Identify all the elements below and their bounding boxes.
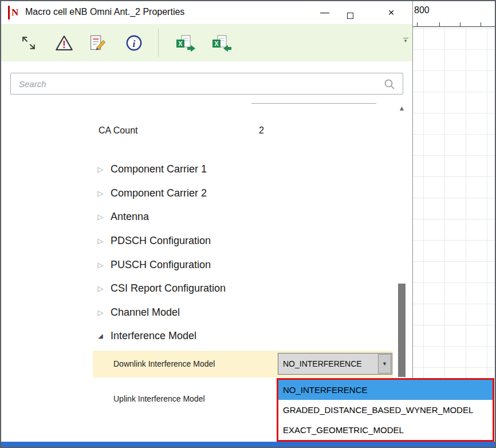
tree-item-label: Component Carrier 2 xyxy=(111,187,207,199)
dropdown-option-graded-distance-based-wyner-model[interactable]: GRADED_DISTANCE_BASED_WYNER_MODEL xyxy=(278,400,493,420)
uplink-interference-label: Uplink Interference Model xyxy=(113,394,205,403)
downlink-interference-label: Downlink Interference Model xyxy=(113,359,215,368)
toolbar-separator xyxy=(158,29,159,57)
bottom-status-bar xyxy=(1,442,495,448)
map-canvas[interactable]: 800 xyxy=(413,1,496,442)
screen: 800 N Macro cell eNB Omni Ant._2 Propert… xyxy=(0,0,496,448)
svg-text:X: X xyxy=(178,40,183,47)
titlebar[interactable]: N Macro cell eNB Omni Ant._2 Properties … xyxy=(1,1,412,24)
maximize-icon xyxy=(347,13,353,19)
window-title: Macro cell eNB Omni Ant._2 Properties xyxy=(25,7,184,17)
search-input[interactable] xyxy=(11,73,403,94)
tree-item-component-carrier-1[interactable]: ▷ Component Carrier 1 xyxy=(96,162,207,176)
collapse-chevron-icon: ▾ xyxy=(401,38,410,44)
svg-text:!: ! xyxy=(62,39,66,50)
tree-item-label: Component Carrier 1 xyxy=(111,163,207,175)
netsim-logo-icon: N xyxy=(8,6,21,19)
downlink-interference-combobox[interactable]: NO_INTERFERENCE ▼ xyxy=(278,353,392,375)
expander-expanded-icon[interactable]: ◢ xyxy=(96,332,105,340)
minimize-button[interactable]: — xyxy=(314,1,336,24)
close-button[interactable]: × xyxy=(379,1,403,24)
combobox-dropdown-button[interactable]: ▼ xyxy=(378,354,391,374)
info-icon[interactable]: i xyxy=(121,31,147,55)
expander-collapsed-icon[interactable]: ▷ xyxy=(96,165,105,174)
toolbar: ! i xyxy=(1,24,412,61)
tree-item-label: CSI Report Configuration xyxy=(111,282,226,294)
expander-collapsed-icon[interactable]: ▷ xyxy=(96,189,105,198)
maximize-button[interactable] xyxy=(339,1,361,24)
ca-count-value[interactable]: 2 xyxy=(259,125,264,136)
svg-text:X: X xyxy=(214,40,219,47)
search-icon[interactable] xyxy=(383,78,396,93)
tree-item-label: PUSCH Configuration xyxy=(111,259,211,271)
chevron-down-icon: ▼ xyxy=(382,361,387,367)
scroll-up-icon[interactable]: ▲ xyxy=(397,104,407,112)
tree-item-antenna[interactable]: ▷ Antenna xyxy=(96,210,149,223)
tree-item-label: Antenna xyxy=(111,211,149,223)
tree-item-pusch-configuration[interactable]: ▷ PUSCH Configuration xyxy=(96,258,211,272)
ruler-ticks xyxy=(413,22,496,26)
expander-collapsed-icon[interactable]: ▷ xyxy=(96,213,105,221)
svg-text:i: i xyxy=(133,38,136,49)
resize-arrows-icon[interactable] xyxy=(16,31,41,55)
search-box xyxy=(10,73,403,95)
expander-collapsed-icon[interactable]: ▷ xyxy=(96,284,105,293)
ca-count-label: CA Count xyxy=(99,125,137,136)
expander-collapsed-icon[interactable]: ▷ xyxy=(96,237,105,245)
edit-report-icon[interactable] xyxy=(85,31,110,55)
excel-import-icon[interactable]: X xyxy=(209,31,234,55)
warning-icon[interactable]: ! xyxy=(52,31,77,55)
tree-item-component-carrier-2[interactable]: ▷ Component Carrier 2 xyxy=(96,186,207,200)
tree-item-pdsch-configuration[interactable]: ▷ PDSCH Configuration xyxy=(96,234,211,247)
excel-export-icon[interactable]: X xyxy=(173,31,198,55)
tree-item-interference-model[interactable]: ◢ Interference Model xyxy=(96,329,196,343)
combobox-value: NO_INTERFERENCE xyxy=(283,353,362,374)
tree-item-label: PDSCH Configuration xyxy=(111,235,211,247)
scrollbar-thumb[interactable] xyxy=(398,284,406,377)
clipped-field-border xyxy=(251,103,376,104)
toolbar-collapse-icon[interactable]: ▾ xyxy=(401,38,410,44)
downlink-dropdown-popup: NO_INTERFERENCE GRADED_DISTANCE_BASED_WY… xyxy=(277,378,494,442)
tree-item-label: Interference Model xyxy=(111,330,196,342)
tree-item-label: Channel Model xyxy=(111,306,180,319)
map-ruler: 800 xyxy=(413,1,496,27)
tree-item-channel-model[interactable]: ▷ Channel Model xyxy=(96,305,180,319)
tree-item-csi-report-configuration[interactable]: ▷ CSI Report Configuration xyxy=(96,281,226,295)
ruler-label: 800 xyxy=(414,5,430,15)
dropdown-option-exact-geometric-model[interactable]: EXACT_GEOMETRIC_MODEL xyxy=(278,420,493,440)
dropdown-option-no-interference[interactable]: NO_INTERFERENCE xyxy=(278,380,493,400)
expander-collapsed-icon[interactable]: ▷ xyxy=(96,261,105,269)
expander-collapsed-icon[interactable]: ▷ xyxy=(96,308,105,317)
properties-window: N Macro cell eNB Omni Ant._2 Properties … xyxy=(1,1,413,442)
